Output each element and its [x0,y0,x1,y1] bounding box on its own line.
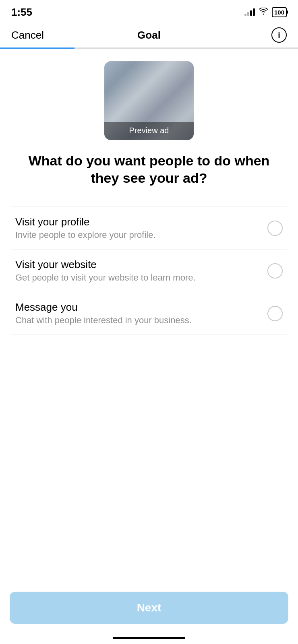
progress-bar [0,47,298,49]
nav-bar: Cancel Goal i [0,22,298,44]
question-text: What do you want people to do when they … [14,152,284,186]
status-bar: 1:55 100 [0,0,298,22]
signal-icon [244,8,255,16]
option-message-you[interactable]: Message you Chat with people interested … [11,292,287,335]
home-indicator [113,637,185,639]
preview-ad-button[interactable]: Preview ad [104,61,194,140]
options-list: Visit your profile Invite people to expl… [0,202,298,339]
option-visit-website[interactable]: Visit your website Get people to visit y… [11,250,287,292]
option-visit-profile-text: Visit your profile Invite people to expl… [15,216,261,240]
bottom-area: Next [10,592,288,624]
status-icons: 100 [244,7,287,17]
progress-segment-4 [224,47,298,49]
page-title: Goal [137,29,161,41]
preview-ad-label: Preview ad [104,122,194,140]
progress-segment-3 [149,47,224,49]
option-message-you-radio[interactable] [267,306,283,321]
next-button[interactable]: Next [10,592,288,624]
cancel-button[interactable]: Cancel [11,29,44,41]
wifi-icon [259,8,268,17]
option-message-you-desc: Chat with people interested in your busi… [15,315,261,326]
option-message-you-title: Message you [15,301,261,314]
progress-segment-1 [0,47,74,49]
option-visit-website-text: Visit your website Get people to visit y… [15,258,261,283]
option-visit-profile-radio[interactable] [267,221,283,236]
option-message-you-text: Message you Chat with people interested … [15,301,261,326]
preview-section: Preview ad [0,61,298,140]
question-section: What do you want people to do when they … [0,148,298,202]
battery-icon: 100 [272,7,287,17]
info-button[interactable]: i [271,27,287,43]
option-visit-profile-desc: Invite people to explore your profile. [15,230,261,240]
option-visit-website-desc: Get people to visit your website to lear… [15,272,261,283]
option-visit-profile[interactable]: Visit your profile Invite people to expl… [11,206,287,250]
option-visit-profile-title: Visit your profile [15,216,261,228]
progress-segment-2 [74,47,149,49]
info-icon: i [278,31,280,40]
status-time: 1:55 [11,6,32,19]
option-visit-website-radio[interactable] [267,263,283,279]
option-visit-website-title: Visit your website [15,258,261,271]
